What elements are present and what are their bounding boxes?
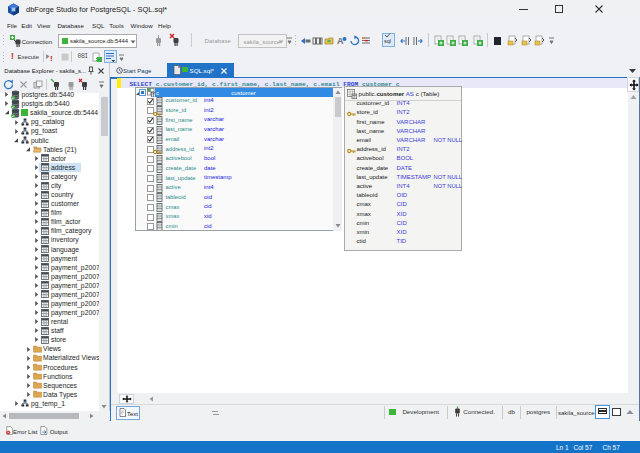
svg-text:A: A	[337, 36, 344, 46]
svg-text:sql: sql	[384, 38, 391, 44]
svg-text:!: !	[50, 53, 53, 62]
